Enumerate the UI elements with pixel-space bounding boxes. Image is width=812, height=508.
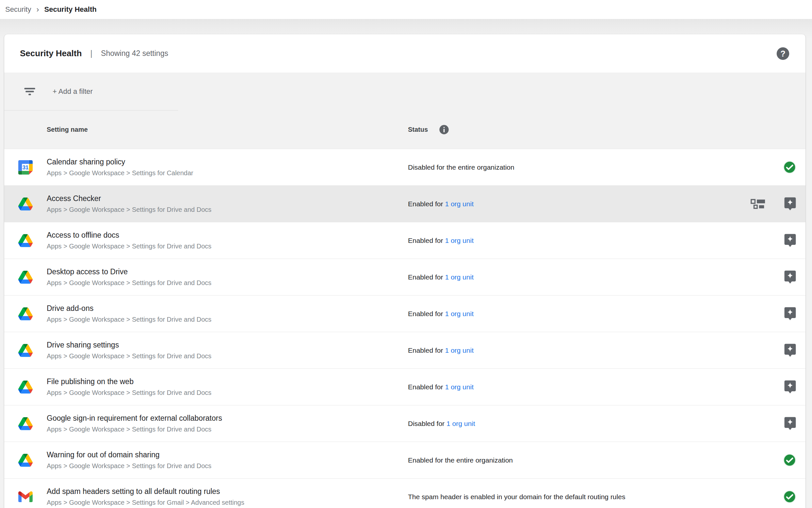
setting-row[interactable]: 31 Calendar sharing policy Apps > Google… [4, 149, 806, 185]
setting-name-cell: 31 Calendar sharing policy Apps > Google… [4, 158, 408, 177]
status-text: Enabled for [408, 383, 443, 391]
setting-status-cell: Enabled for 1 org unit [408, 197, 806, 211]
setting-title: Calendar sharing policy [47, 158, 193, 166]
breadcrumb-security-link[interactable]: Security [5, 5, 31, 14]
recommendation-flag-icon[interactable] [784, 197, 796, 211]
status-text: Enabled for [408, 346, 443, 354]
setting-title: Drive sharing settings [47, 341, 211, 349]
column-header-setting-name: Setting name [4, 126, 408, 133]
help-icon[interactable]: ? [776, 47, 790, 60]
setting-title: File publishing on the web [47, 377, 211, 386]
setting-name-cell: Add spam headers setting to all default … [4, 487, 408, 506]
org-unit-link[interactable]: 1 org unit [446, 420, 475, 428]
setting-row[interactable]: Access to offline docs Apps > Google Wor… [4, 222, 806, 259]
recommendation-flag-icon[interactable] [784, 234, 796, 248]
security-health-page: Security › Security Health Security Heal… [0, 0, 812, 508]
google-drive-icon [18, 417, 33, 431]
setting-title: Desktop access to Drive [47, 267, 211, 276]
add-filter-button[interactable]: + Add a filter [53, 87, 93, 96]
setting-title: Add spam headers setting to all default … [47, 487, 244, 496]
setting-path: Apps > Google Workspace > Settings for D… [47, 316, 211, 323]
info-icon[interactable] [439, 125, 449, 135]
google-drive-icon [18, 307, 33, 321]
card-header: Security Health | Showing 42 settings ? [4, 34, 806, 73]
setting-path: Apps > Google Workspace > Settings for G… [47, 499, 244, 506]
status-text: The spam header is enabled in your domai… [408, 493, 625, 501]
org-unit-link[interactable]: 1 org unit [445, 346, 474, 354]
status-text: Disabled for the entire organization [408, 163, 515, 171]
setting-name-cell: Access Checker Apps > Google Workspace >… [4, 194, 408, 213]
google-drive-icon [18, 270, 33, 284]
chevron-right-icon: › [36, 5, 39, 14]
setting-path: Apps > Google Workspace > Settings for C… [47, 169, 193, 177]
setting-row[interactable]: Drive add-ons Apps > Google Workspace > … [4, 295, 806, 332]
table-header-row: Setting name Status [4, 111, 806, 149]
setting-name-cell: Access to offline docs Apps > Google Wor… [4, 231, 408, 250]
setting-name-cell: Warning for out of domain sharing Apps >… [4, 451, 408, 470]
filter-and-header-band: + Add a filter Setting name Status [4, 73, 806, 149]
status-text: Enabled for the entire organization [408, 456, 513, 464]
org-unit-link[interactable]: 1 org unit [445, 273, 474, 281]
settings-count-label: Showing 42 settings [101, 49, 168, 58]
status-text: Enabled for [408, 237, 443, 245]
google-drive-icon [18, 234, 33, 248]
setting-title: Warning for out of domain sharing [47, 451, 211, 459]
setting-status-cell: The spam header is enabled in your domai… [408, 490, 806, 503]
setting-status-cell: Enabled for 1 org unit [408, 307, 806, 321]
setting-name-cell: Drive sharing settings Apps > Google Wor… [4, 341, 408, 360]
column-header-status: Status [408, 126, 428, 133]
setting-name-cell: Google sign-in requirement for external … [4, 414, 408, 433]
org-unit-link[interactable]: 1 org unit [445, 310, 474, 318]
recommendation-flag-icon[interactable] [784, 270, 796, 284]
setting-path: Apps > Google Workspace > Settings for D… [47, 462, 211, 470]
setting-row[interactable]: Google sign-in requirement for external … [4, 405, 806, 441]
filter-bar: + Add a filter [4, 73, 806, 110]
org-unit-link[interactable]: 1 org unit [445, 237, 474, 245]
svg-text:?: ? [780, 49, 785, 58]
setting-path: Apps > Google Workspace > Settings for D… [47, 206, 211, 213]
setting-path: Apps > Google Workspace > Settings for D… [47, 426, 222, 433]
settings-list: 31 Calendar sharing policy Apps > Google… [4, 149, 806, 508]
applied-rule-icon [751, 198, 766, 210]
setting-status-cell: Enabled for 1 org unit [408, 270, 806, 284]
google-drive-icon [18, 343, 33, 357]
filter-icon[interactable] [24, 87, 36, 96]
content-area: Security Health | Showing 42 settings ? [0, 19, 812, 508]
recommendation-flag-icon[interactable] [784, 343, 796, 357]
setting-status-cell: Disabled for the entire organization [408, 161, 806, 174]
breadcrumb-current-page: Security Health [44, 5, 96, 14]
setting-title: Drive add-ons [47, 304, 211, 313]
page-title: Security Health [20, 48, 82, 58]
status-text: Disabled for [408, 420, 444, 428]
setting-row[interactable]: Warning for out of domain sharing Apps >… [4, 441, 806, 478]
setting-row[interactable]: Desktop access to Drive Apps > Google Wo… [4, 259, 806, 295]
recommendation-flag-icon[interactable] [784, 417, 796, 430]
recommendation-flag-icon[interactable] [784, 307, 796, 321]
status-text: Enabled for [408, 273, 443, 281]
google-drive-icon [18, 380, 33, 394]
gmail-icon [18, 490, 33, 504]
status-text: Enabled for [408, 200, 443, 208]
setting-name-cell: Desktop access to Drive Apps > Google Wo… [4, 267, 408, 287]
svg-text:31: 31 [22, 164, 29, 170]
setting-path: Apps > Google Workspace > Settings for D… [47, 279, 211, 287]
setting-row[interactable]: Drive sharing settings Apps > Google Wor… [4, 332, 806, 369]
setting-name-cell: Drive add-ons Apps > Google Workspace > … [4, 304, 408, 323]
setting-status-cell: Enabled for 1 org unit [408, 380, 806, 394]
setting-title: Google sign-in requirement for external … [47, 414, 222, 423]
setting-row[interactable]: File publishing on the web Apps > Google… [4, 369, 806, 405]
title-separator: | [90, 48, 92, 58]
setting-title: Access to offline docs [47, 231, 211, 240]
org-unit-link[interactable]: 1 org unit [445, 383, 474, 391]
org-unit-link[interactable]: 1 org unit [445, 200, 474, 208]
setting-status-cell: Enabled for the entire organization [408, 454, 806, 467]
setting-row[interactable]: Add spam headers setting to all default … [4, 478, 806, 508]
recommendation-flag-icon[interactable] [784, 380, 796, 394]
setting-row[interactable]: Access Checker Apps > Google Workspace >… [4, 185, 806, 222]
check-circle-icon [783, 490, 796, 503]
status-text: Enabled for [408, 310, 443, 318]
setting-path: Apps > Google Workspace > Settings for D… [47, 352, 211, 360]
check-circle-icon [783, 454, 796, 467]
setting-path: Apps > Google Workspace > Settings for D… [47, 389, 211, 396]
google-drive-icon [18, 453, 33, 467]
